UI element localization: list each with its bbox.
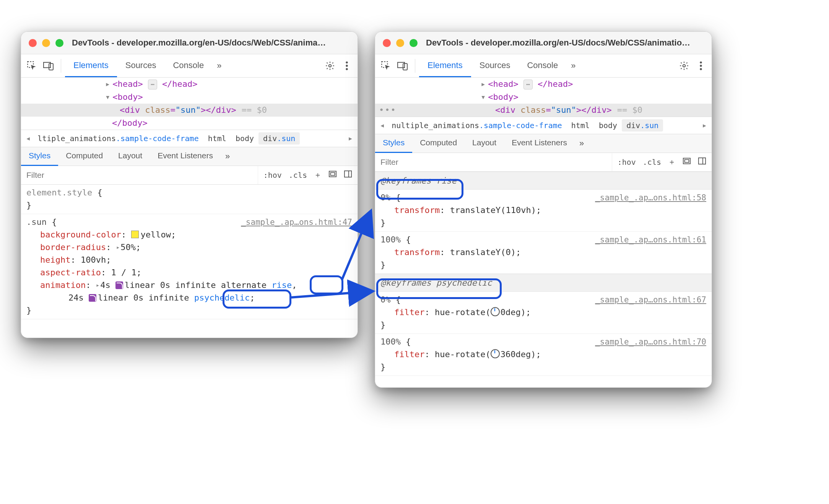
new-style-rule-icon[interactable]: ＋ xyxy=(314,170,322,180)
rule-source-link[interactable]: _sample_.ap…ons.html:70 xyxy=(595,336,706,348)
breadcrumb-html[interactable]: html xyxy=(567,119,594,132)
subtabs-overflow-icon[interactable]: » xyxy=(221,151,234,161)
more-icon[interactable] xyxy=(338,57,355,74)
breadcrumb[interactable]: ◂ nultiple_animations.sample-code-frame … xyxy=(375,117,712,134)
device-toggle-icon[interactable] xyxy=(40,57,57,74)
inspect-icon[interactable] xyxy=(377,57,394,74)
tab-elements[interactable]: Elements xyxy=(419,54,471,77)
titlebar: DevTools - developer.mozilla.org/en-US/d… xyxy=(21,32,358,54)
subtab-computed[interactable]: Computed xyxy=(412,133,465,153)
computed-panel-toggle-icon[interactable] xyxy=(683,157,691,167)
breadcrumb[interactable]: ◂ ltiple_animations.sample-code-frame ht… xyxy=(21,130,358,147)
minimize-icon[interactable] xyxy=(396,39,404,47)
breadcrumb-left-arrow[interactable]: ◂ xyxy=(377,120,387,130)
keyframe-psy-100[interactable]: _sample_.ap…ons.html:70 100% { filter: h… xyxy=(375,334,712,376)
svg-point-5 xyxy=(346,65,348,67)
dom-selected-element[interactable]: ••• <div class="sun"></div>== $0 xyxy=(375,104,712,117)
keyframe-psy-0[interactable]: _sample_.ap…ons.html:67 0% { filter: hue… xyxy=(375,292,712,334)
rule-element-style[interactable]: element.style { } xyxy=(21,185,358,214)
animation-name-link-rise[interactable]: rise xyxy=(271,280,292,290)
toggle-hov[interactable]: :hov xyxy=(263,171,282,180)
subtab-event-listeners[interactable]: Event Listeners xyxy=(150,146,221,166)
svg-rect-8 xyxy=(331,172,335,175)
keyframe-rise-0[interactable]: _sample_.ap…ons.html:58 0% { transform: … xyxy=(375,190,712,232)
dom-body-open[interactable]: <body> xyxy=(112,92,143,102)
tab-sources[interactable]: Sources xyxy=(117,54,165,77)
row-menu-icon[interactable]: ••• xyxy=(379,104,397,116)
tab-console[interactable]: Console xyxy=(519,54,566,77)
subtab-computed[interactable]: Computed xyxy=(58,146,111,166)
minimize-icon[interactable] xyxy=(42,39,50,47)
breadcrumb-left-arrow[interactable]: ◂ xyxy=(23,133,33,143)
easing-editor-icon[interactable] xyxy=(115,281,123,289)
close-icon[interactable] xyxy=(383,39,391,47)
toggle-hov[interactable]: :hov xyxy=(618,158,636,167)
keyframe-rise-100[interactable]: _sample_.ap…ons.html:61 100% { transform… xyxy=(375,232,712,274)
keyframes-rise-header[interactable]: @keyframes rise xyxy=(375,172,712,190)
subtabs-overflow-icon[interactable]: » xyxy=(575,138,588,148)
rule-sun[interactable]: _sample_.ap…ons.html:47 .sun { backgroun… xyxy=(21,214,358,319)
maximize-icon[interactable] xyxy=(55,39,63,47)
styles-panel[interactable]: element.style { } _sample_.ap…ons.html:4… xyxy=(21,185,358,319)
subtab-layout[interactable]: Layout xyxy=(111,146,150,166)
settings-icon[interactable] xyxy=(322,57,338,74)
dom-tree[interactable]: ▸<head> ⋯ </head> ▾<body> <div class="su… xyxy=(21,78,358,130)
keyframes-psychedelic-header[interactable]: @keyframes psychedelic xyxy=(375,274,712,292)
window-title: DevTools - developer.mozilla.org/en-US/d… xyxy=(72,38,326,48)
breadcrumb-current[interactable]: div.sun xyxy=(622,119,663,132)
close-icon[interactable] xyxy=(29,39,37,47)
computed-panel-toggle-icon[interactable] xyxy=(328,170,337,180)
easing-editor-icon[interactable] xyxy=(89,294,96,302)
breadcrumb-iframe[interactable]: ltiple_animations.sample-code-frame xyxy=(33,132,203,145)
breadcrumb-current[interactable]: div.sun xyxy=(258,132,300,145)
angle-editor-icon[interactable] xyxy=(491,349,500,358)
rule-source-link[interactable]: _sample_.ap…ons.html:58 xyxy=(595,192,706,204)
tabs-overflow-icon[interactable]: » xyxy=(566,54,580,77)
subtab-layout[interactable]: Layout xyxy=(465,133,504,153)
device-toggle-icon[interactable] xyxy=(394,57,411,74)
svg-point-6 xyxy=(346,68,348,70)
rule-source-link[interactable]: _sample_.ap…ons.html:47 xyxy=(241,216,352,229)
svg-point-4 xyxy=(346,62,348,63)
window-title: DevTools - developer.mozilla.org/en-US/d… xyxy=(426,38,690,48)
more-icon[interactable] xyxy=(692,57,709,74)
toggle-cls[interactable]: .cls xyxy=(289,171,307,180)
rule-source-link[interactable]: _sample_.ap…ons.html:67 xyxy=(595,294,706,306)
dom-head-close: </head> xyxy=(162,79,198,89)
dom-head-open[interactable]: <head> xyxy=(112,79,143,89)
styles-tabbar: Styles Computed Layout Event Listeners » xyxy=(21,147,358,166)
tab-console[interactable]: Console xyxy=(164,54,212,77)
breadcrumb-iframe[interactable]: nultiple_animations.sample-code-frame xyxy=(387,119,567,132)
inspect-icon[interactable] xyxy=(23,57,40,74)
titlebar: DevTools - developer.mozilla.org/en-US/d… xyxy=(375,32,712,54)
styles-filter-input[interactable] xyxy=(375,158,612,167)
breadcrumb-body[interactable]: body xyxy=(231,132,258,145)
styles-filter-bar: :hov .cls ＋ xyxy=(21,166,358,185)
tab-elements[interactable]: Elements xyxy=(65,54,117,77)
styles-panel[interactable]: @keyframes rise _sample_.ap…ons.html:58 … xyxy=(375,172,712,376)
sidebar-toggle-icon[interactable] xyxy=(344,170,352,180)
tabs-overflow-icon[interactable]: » xyxy=(212,54,226,77)
maximize-icon[interactable] xyxy=(410,39,418,47)
devtools-window-right: DevTools - developer.mozilla.org/en-US/d… xyxy=(375,31,712,388)
main-toolbar: Elements Sources Console » xyxy=(21,54,358,78)
animation-name-link-psychedelic[interactable]: psychedelic xyxy=(194,293,250,302)
dom-selected-element[interactable]: <div class="sun"></div>== $0 xyxy=(21,104,358,117)
breadcrumb-body[interactable]: body xyxy=(594,119,622,132)
angle-editor-icon[interactable] xyxy=(491,307,500,316)
color-swatch-icon[interactable] xyxy=(131,231,139,238)
styles-filter-input[interactable] xyxy=(21,171,258,180)
subtab-styles[interactable]: Styles xyxy=(375,133,412,153)
breadcrumb-html[interactable]: html xyxy=(203,132,231,145)
tab-sources[interactable]: Sources xyxy=(471,54,519,77)
sidebar-toggle-icon[interactable] xyxy=(698,157,706,167)
dom-tree[interactable]: ▸<head> ⋯ </head> ▾<body> ••• <div class… xyxy=(375,78,712,117)
breadcrumb-right-arrow[interactable]: ▸ xyxy=(346,133,355,143)
subtab-event-listeners[interactable]: Event Listeners xyxy=(504,133,575,153)
new-style-rule-icon[interactable]: ＋ xyxy=(668,157,676,167)
breadcrumb-right-arrow[interactable]: ▸ xyxy=(700,120,709,130)
toggle-cls[interactable]: .cls xyxy=(643,158,661,167)
subtab-styles[interactable]: Styles xyxy=(21,146,58,166)
rule-source-link[interactable]: _sample_.ap…ons.html:61 xyxy=(595,234,706,246)
settings-icon[interactable] xyxy=(676,57,692,74)
